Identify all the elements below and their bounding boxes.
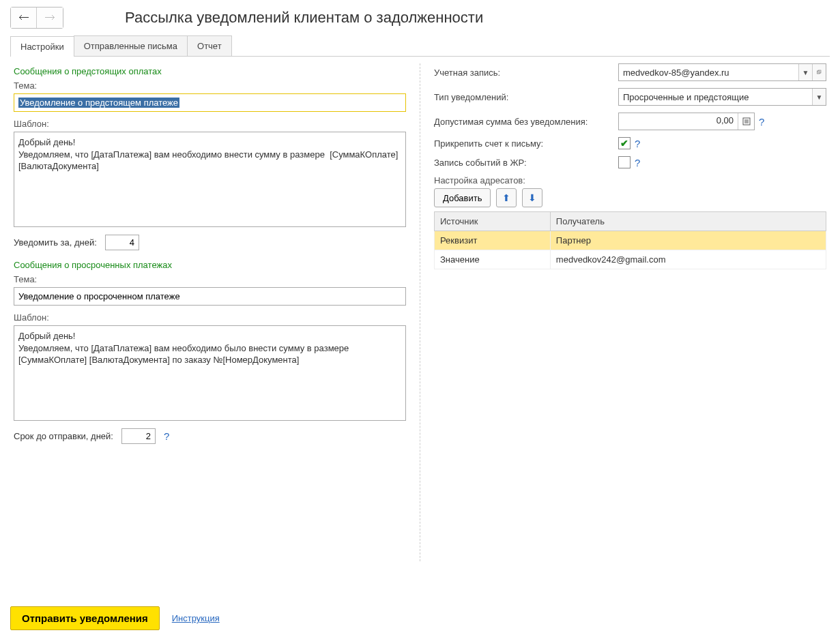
help-icon[interactable]: ? bbox=[635, 157, 640, 168]
overdue-template-textarea[interactable] bbox=[14, 325, 406, 421]
upcoming-template-label: Шаблон: bbox=[14, 119, 406, 129]
overdue-section-title: Сообщения о просроченных платежах bbox=[14, 260, 406, 270]
arrow-down-icon: ⬇ bbox=[528, 192, 536, 203]
table-row[interactable]: Значение medvedkov242@gmail.com bbox=[435, 250, 826, 269]
attach-checkbox[interactable]: ✔ bbox=[618, 137, 631, 149]
tab-report[interactable]: Отчет bbox=[187, 35, 232, 56]
page-title: Рассылка уведомлений клиентам о задолжен… bbox=[125, 9, 483, 27]
recipients-label: Настройка адресатов: bbox=[434, 175, 826, 186]
tab-sent-letters[interactable]: Отправленные письма bbox=[74, 35, 188, 56]
overdue-template-label: Шаблон: bbox=[14, 312, 406, 323]
account-label: Учетная запись: bbox=[434, 68, 618, 78]
add-button[interactable]: Добавить bbox=[434, 188, 491, 207]
send-due-days-label: Срок до отправки, дней: bbox=[14, 431, 113, 441]
nav-forward-button[interactable]: 🡒 bbox=[37, 8, 63, 28]
help-icon[interactable]: ? bbox=[759, 116, 764, 128]
svg-rect-1 bbox=[818, 70, 821, 73]
log-checkbox[interactable] bbox=[618, 156, 631, 168]
move-up-button[interactable]: ⬆ bbox=[496, 188, 517, 207]
move-down-button[interactable]: ⬇ bbox=[522, 188, 542, 207]
account-dropdown-button[interactable]: ▼ bbox=[798, 64, 812, 80]
overdue-subject-input[interactable] bbox=[14, 287, 406, 306]
log-label: Запись событий в ЖР: bbox=[434, 158, 618, 168]
notif-type-label: Тип уведомлений: bbox=[434, 92, 618, 102]
upcoming-template-textarea[interactable] bbox=[14, 132, 406, 227]
help-icon[interactable]: ? bbox=[164, 430, 169, 442]
upcoming-subject-label: Тема: bbox=[14, 80, 406, 91]
col-source[interactable]: Источник bbox=[435, 212, 551, 231]
nav-back-button[interactable]: 🡐 bbox=[11, 8, 37, 28]
allowed-sum-label: Допустимая сумма без уведомления: bbox=[434, 117, 618, 127]
account-open-button[interactable] bbox=[812, 64, 826, 80]
help-icon[interactable]: ? bbox=[635, 138, 640, 149]
overdue-subject-label: Тема: bbox=[14, 274, 406, 284]
tab-settings[interactable]: Настройки bbox=[10, 36, 74, 57]
upcoming-subject-input[interactable]: Уведомление о предстоящем платеже bbox=[14, 93, 406, 112]
notify-days-input[interactable] bbox=[105, 235, 139, 250]
recipients-table: Источник Получатель Реквизит Партнер Зна… bbox=[434, 211, 826, 269]
notif-type-dropdown-button[interactable]: ▼ bbox=[812, 89, 826, 105]
svg-rect-0 bbox=[817, 71, 820, 74]
notify-days-label: Уведомить за, дней: bbox=[14, 237, 97, 248]
attach-label: Прикрепить счет к письму: bbox=[434, 138, 618, 149]
col-recipient[interactable]: Получатель bbox=[550, 212, 826, 231]
arrow-up-icon: ⬆ bbox=[502, 192, 510, 203]
account-combo[interactable]: medvedkov-85@yandex.ru ▼ bbox=[618, 63, 826, 81]
allowed-sum-input[interactable]: 0,00 bbox=[618, 113, 755, 130]
upcoming-section-title: Сообщения о предстоящих оплатах bbox=[14, 66, 406, 76]
table-row[interactable]: Реквизит Партнер bbox=[435, 231, 826, 250]
send-due-days-input[interactable] bbox=[121, 428, 156, 444]
notif-type-combo[interactable]: Просроченные и предстоящие ▼ bbox=[618, 88, 826, 106]
calculator-icon[interactable] bbox=[738, 113, 754, 130]
